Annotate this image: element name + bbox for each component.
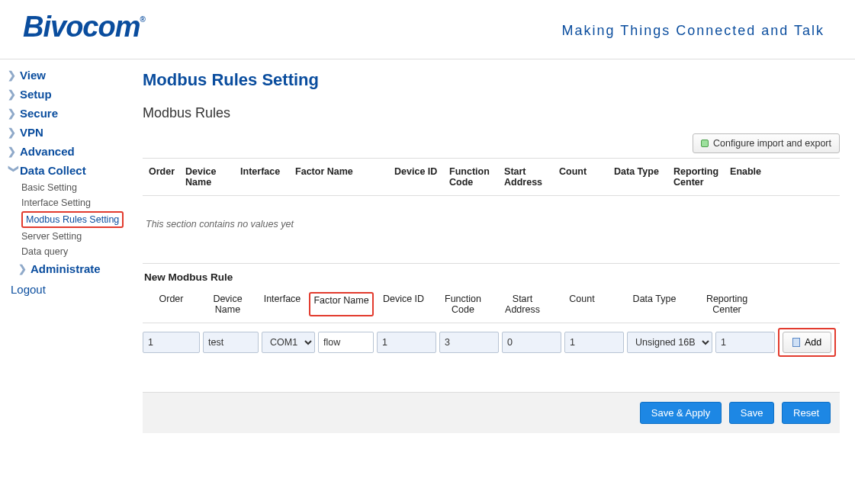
th-device-name: Device Name (181, 160, 234, 194)
chevron-down-icon: ❯ (8, 165, 20, 177)
footer-actions: Save & Apply Save Reset (143, 392, 840, 433)
add-button-highlight: Add (778, 328, 836, 357)
configure-import-export-button[interactable]: Configure import and export (693, 133, 840, 153)
th-enable: Enable (725, 160, 838, 194)
device-id-input[interactable] (377, 332, 436, 353)
modbus-rules-table: Order Device Name Interface Factor Name … (143, 158, 840, 196)
order-input[interactable] (143, 332, 200, 353)
reset-button[interactable]: Reset (782, 402, 831, 424)
save-button[interactable]: Save (729, 402, 775, 424)
subnav-data-collect: Basic Setting Interface Setting Modbus R… (8, 180, 133, 259)
data-type-select[interactable]: Unsigned 16Bits (627, 332, 712, 353)
nav-vpn[interactable]: ❯VPN (8, 123, 133, 142)
chevron-right-icon: ❯ (18, 263, 31, 274)
col-function-code: Function Code (433, 292, 493, 316)
new-modbus-rule: New Modbus Rule Order Device Name Interf… (143, 263, 840, 361)
col-device-name: Device Name (200, 292, 256, 316)
subnav-server-setting[interactable]: Server Setting (21, 229, 133, 244)
nav-view[interactable]: ❯View (8, 66, 133, 85)
th-device-id: Device ID (390, 160, 443, 194)
chevron-right-icon: ❯ (8, 146, 20, 157)
subnav-basic-setting[interactable]: Basic Setting (21, 180, 133, 195)
subnav-interface-setting[interactable]: Interface Setting (21, 195, 133, 210)
logo: Bivocom® (23, 11, 145, 43)
nav-setup[interactable]: ❯Setup (8, 85, 133, 104)
logout-link[interactable]: Logout (8, 278, 133, 296)
col-start-address: Start Address (493, 292, 552, 316)
header: Bivocom® Making Things Connected and Tal… (0, 0, 855, 59)
registered-icon: ® (140, 15, 144, 24)
col-factor-name: Factor Name (309, 292, 374, 316)
subnav-modbus-rules-setting[interactable]: Modbus Rules Setting (21, 211, 124, 228)
add-button[interactable]: Add (783, 332, 831, 353)
chevron-right-icon: ❯ (8, 88, 20, 100)
new-rule-header-row: Order Device Name Interface Factor Name … (143, 286, 840, 323)
nav-secure[interactable]: ❯Secure (8, 104, 133, 123)
subnav-data-query[interactable]: Data query (21, 244, 133, 259)
chevron-right-icon: ❯ (8, 108, 20, 119)
reporting-center-input[interactable] (715, 332, 775, 353)
save-apply-button[interactable]: Save & Apply (640, 402, 722, 424)
new-rule-title: New Modbus Rule (143, 264, 840, 286)
nav-administrate[interactable]: ❯Administrate (8, 259, 133, 278)
chevron-right-icon: ❯ (8, 127, 20, 138)
start-address-input[interactable] (502, 332, 561, 353)
col-reporting-center: Reporting Center (697, 292, 757, 316)
th-function-code: Function Code (445, 160, 498, 194)
content: Modbus Rules Setting Modbus Rules Config… (133, 59, 855, 464)
device-name-input[interactable] (203, 332, 259, 353)
nav-data-collect[interactable]: ❯Data Collect (8, 161, 133, 180)
count-input[interactable] (564, 332, 624, 353)
add-icon (792, 338, 800, 347)
th-data-type: Data Type (609, 160, 667, 194)
col-count: Count (552, 292, 612, 316)
th-interface: Interface (236, 160, 289, 194)
col-interface: Interface (256, 292, 309, 316)
chevron-right-icon: ❯ (8, 69, 20, 81)
col-device-id: Device ID (374, 292, 433, 316)
interface-select[interactable]: COM1 (262, 332, 315, 353)
import-export-icon (701, 140, 709, 147)
th-order: Order (144, 160, 179, 194)
function-code-input[interactable] (439, 332, 499, 353)
th-reporting-center: Reporting Center (669, 160, 724, 194)
nav-advanced[interactable]: ❯Advanced (8, 142, 133, 161)
tagline: Making Things Connected and Talk (561, 23, 824, 39)
page-title: Modbus Rules Setting (143, 70, 840, 90)
th-factor-name: Factor Name (291, 160, 388, 194)
factor-name-input[interactable] (318, 332, 374, 353)
th-start-address: Start Address (500, 160, 553, 194)
th-count: Count (554, 160, 608, 194)
section-title: Modbus Rules (143, 105, 840, 121)
col-data-type: Data Type (612, 292, 697, 316)
new-rule-input-row: COM1 Unsigned 16Bits Add (143, 323, 840, 361)
sidebar: ❯View ❯Setup ❯Secure ❯VPN ❯Advanced ❯Dat… (0, 59, 133, 464)
empty-message: This section contains no values yet (143, 196, 840, 237)
col-order: Order (143, 292, 200, 316)
